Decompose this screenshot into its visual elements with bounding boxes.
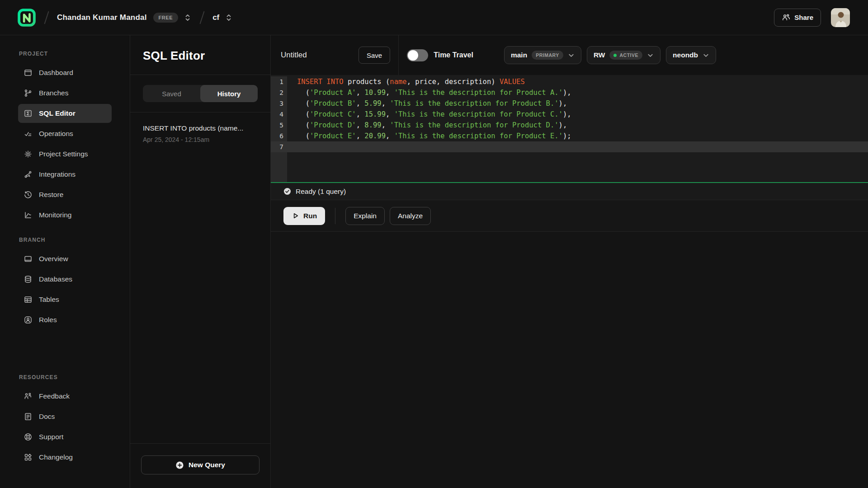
time-travel-label: Time Travel bbox=[434, 51, 473, 59]
code-line[interactable]: 3 ('Product B', 5.99, 'This is the descr… bbox=[271, 98, 868, 109]
neon-logo-icon[interactable] bbox=[17, 8, 36, 27]
sql-code-editor[interactable]: 1INSERT INTO products (name, price, desc… bbox=[271, 75, 868, 183]
history-item-timestamp: Apr 25, 2024 - 12:15am bbox=[143, 136, 258, 143]
query-name[interactable]: Untitled bbox=[281, 51, 359, 60]
sidebar-item-restore[interactable]: Restore bbox=[18, 185, 112, 204]
nav-section-label: PROJECT bbox=[19, 51, 112, 57]
nav-section-resources: RESOURCESFeedbackDocsSupportChangelog bbox=[18, 374, 112, 468]
operations-icon bbox=[24, 129, 33, 138]
sidebar-item-label: Branches bbox=[39, 89, 68, 97]
editor-column: Untitled Save Time Travel main PRIMARY R… bbox=[271, 35, 868, 488]
sidebar-item-support[interactable]: Support bbox=[18, 427, 112, 446]
sidebar-item-changelog[interactable]: Changelog bbox=[18, 448, 112, 467]
share-button-label: Share bbox=[794, 14, 813, 21]
chevron-down-icon bbox=[703, 52, 709, 59]
sidebar-item-overview[interactable]: Overview bbox=[18, 249, 112, 268]
sidebar-item-tables[interactable]: Tables bbox=[18, 290, 112, 309]
plan-badge: FREE bbox=[153, 13, 179, 23]
new-query-button[interactable]: New Query bbox=[141, 455, 259, 474]
settings-gear-icon bbox=[24, 150, 33, 159]
sidebar-item-feedback[interactable]: Feedback bbox=[18, 387, 112, 406]
save-button[interactable]: Save bbox=[359, 47, 390, 64]
user-avatar[interactable] bbox=[831, 8, 850, 27]
changelog-grid-icon bbox=[24, 453, 33, 462]
compute-selector[interactable]: RW ACTIVE bbox=[587, 46, 660, 64]
table-icon bbox=[24, 295, 33, 304]
sidebar-item-project-settings[interactable]: Project Settings bbox=[18, 145, 112, 164]
code-line[interactable]: 5 ('Product D', 8.99, 'This is the descr… bbox=[271, 120, 868, 131]
plus-circle-icon bbox=[175, 461, 184, 469]
tab-history[interactable]: History bbox=[200, 85, 258, 102]
code-line-content: ('Product E', 20.99, 'This is the descri… bbox=[287, 131, 868, 141]
status-text: Ready (1 query) bbox=[296, 188, 346, 196]
support-lifebuoy-icon bbox=[24, 432, 33, 441]
code-filler bbox=[287, 152, 868, 182]
breadcrumb-slash bbox=[200, 11, 205, 24]
code-line-content: ('Product A', 10.99, 'This is the descri… bbox=[287, 87, 868, 98]
line-number: 5 bbox=[271, 120, 287, 131]
sidebar-item-databases[interactable]: Databases bbox=[18, 270, 112, 289]
explain-button[interactable]: Explain bbox=[345, 207, 385, 225]
run-button[interactable]: Run bbox=[283, 207, 325, 225]
nav-section-branch: BRANCHOverviewDatabasesTablesRoles bbox=[18, 237, 112, 331]
saved-history-tabs-wrap: SavedHistory bbox=[130, 75, 270, 113]
new-query-label: New Query bbox=[189, 461, 225, 469]
time-travel-toggle[interactable] bbox=[407, 49, 428, 61]
sidebar-item-label: SQL Editor bbox=[39, 109, 75, 117]
project-switcher-chevron-icon[interactable] bbox=[225, 13, 233, 23]
sidebar-item-label: Support bbox=[39, 433, 63, 441]
share-people-icon bbox=[782, 13, 790, 22]
code-line-content: ('Product B', 5.99, 'This is the descrip… bbox=[287, 98, 868, 109]
code-line-content: ('Product C', 15.99, 'This is the descri… bbox=[287, 109, 868, 120]
compute-selector-value: RW bbox=[594, 51, 605, 59]
results-empty-area bbox=[271, 232, 868, 488]
nav-section-project: PROJECTDashboardBranchesSQL EditorOperat… bbox=[18, 51, 112, 226]
sidebar-item-label: Changelog bbox=[39, 453, 73, 461]
line-number: 2 bbox=[271, 87, 287, 98]
line-number: 6 bbox=[271, 131, 287, 141]
code-line-content bbox=[287, 141, 868, 152]
analyze-button[interactable]: Analyze bbox=[390, 207, 431, 225]
line-number: 1 bbox=[271, 76, 287, 87]
line-number: 4 bbox=[271, 109, 287, 120]
database-selector[interactable]: neondb bbox=[666, 46, 716, 64]
share-button[interactable]: Share bbox=[774, 9, 821, 27]
sidebar-item-label: Feedback bbox=[39, 392, 70, 400]
code-empty-space[interactable] bbox=[271, 152, 868, 182]
org-switcher-chevron-icon[interactable] bbox=[184, 13, 192, 23]
restore-history-icon bbox=[24, 190, 33, 199]
left-sidebar: PROJECTDashboardBranchesSQL EditorOperat… bbox=[0, 35, 130, 488]
breadcrumb-project-name[interactable]: cf bbox=[212, 13, 219, 22]
chevron-down-icon bbox=[647, 52, 654, 59]
docs-icon bbox=[24, 412, 33, 421]
sidebar-item-integrations[interactable]: Integrations bbox=[18, 165, 112, 184]
ready-check-icon bbox=[283, 188, 291, 195]
sql-editor-panel: SQL Editor SavedHistory INSERT INTO prod… bbox=[130, 35, 271, 488]
breadcrumb-org-name[interactable]: Chandan Kumar Mandal bbox=[57, 13, 147, 22]
code-line[interactable]: 7 bbox=[271, 141, 868, 152]
code-line[interactable]: 6 ('Product E', 20.99, 'This is the desc… bbox=[271, 131, 868, 141]
neon-console: Chandan Kumar Mandal FREE cf Share bbox=[0, 0, 868, 488]
sidebar-item-roles[interactable]: Roles bbox=[18, 310, 112, 329]
code-line[interactable]: 4 ('Product C', 15.99, 'This is the desc… bbox=[271, 109, 868, 120]
sidebar-item-docs[interactable]: Docs bbox=[18, 407, 112, 426]
line-number: 3 bbox=[271, 98, 287, 109]
editor-statusbar: Ready (1 query) bbox=[271, 183, 868, 200]
branches-icon bbox=[24, 89, 33, 98]
sidebar-item-branches[interactable]: Branches bbox=[18, 84, 112, 103]
line-number: 7 bbox=[271, 141, 287, 152]
sidebar-item-dashboard[interactable]: Dashboard bbox=[18, 63, 112, 82]
sidebar-item-operations[interactable]: Operations bbox=[18, 124, 112, 143]
breadcrumb-slash bbox=[44, 11, 49, 24]
sidebar-item-monitoring[interactable]: Monitoring bbox=[18, 206, 112, 225]
code-line[interactable]: 2 ('Product A', 10.99, 'This is the desc… bbox=[271, 87, 868, 98]
tab-saved[interactable]: Saved bbox=[143, 85, 200, 102]
branch-selector-value: main bbox=[511, 51, 527, 59]
sidebar-item-sql-editor[interactable]: SQL Editor bbox=[18, 104, 112, 123]
branch-selector[interactable]: main PRIMARY bbox=[504, 46, 581, 64]
sidebar-item-label: Integrations bbox=[39, 170, 75, 178]
integrations-icon bbox=[24, 170, 33, 179]
code-line[interactable]: 1INSERT INTO products (name, price, desc… bbox=[271, 76, 868, 87]
history-item[interactable]: INSERT INTO products (name...Apr 25, 202… bbox=[143, 121, 258, 147]
monitoring-chart-icon bbox=[24, 211, 33, 220]
